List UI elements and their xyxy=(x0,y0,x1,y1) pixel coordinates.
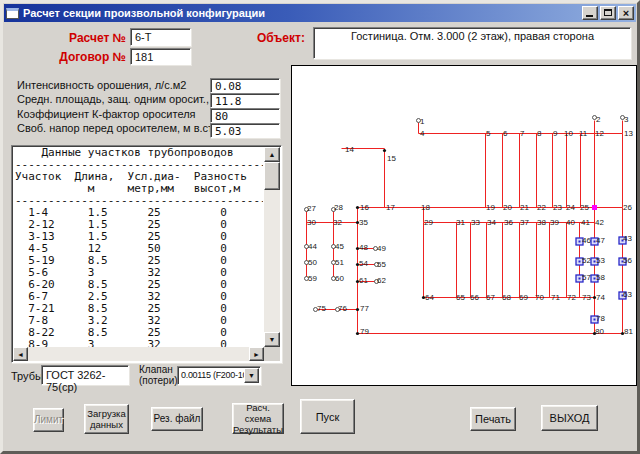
node-label: 73 xyxy=(582,293,591,302)
node-label: 58 xyxy=(596,273,605,282)
object-label: Объект: xyxy=(257,31,305,45)
node-label: 15 xyxy=(387,154,396,163)
node-label: 68 xyxy=(502,293,511,302)
print-button[interactable]: Печать xyxy=(470,407,516,431)
node-label: 20 xyxy=(503,203,512,212)
node-label: 35 xyxy=(359,218,368,227)
node-label: 70 xyxy=(535,293,544,302)
node-label: 24 xyxy=(566,203,575,212)
node-label: 53 xyxy=(596,256,605,265)
junction-dot xyxy=(356,308,359,311)
node-label: 25 xyxy=(580,203,589,212)
node-label: 69 xyxy=(519,293,528,302)
node-label: 76 xyxy=(338,304,347,313)
node-label: 23 xyxy=(553,203,562,212)
scroll-up-icon[interactable]: ▲ xyxy=(264,147,280,162)
pipe-network-diagram[interactable]: 1234567891011121314151617181920212223242… xyxy=(291,65,637,386)
app-icon xyxy=(6,8,19,19)
pipe-segments-table[interactable]: Данные участков трубопроводов ----------… xyxy=(11,145,282,363)
node-label: 71 xyxy=(551,293,560,302)
node-label: 1 xyxy=(420,117,425,126)
node-label: 45 xyxy=(335,242,344,251)
pipes-input[interactable]: ГОСТ 3262-75(ср) xyxy=(41,365,129,385)
node-label: 61 xyxy=(359,276,368,285)
node-label: 51 xyxy=(335,258,344,267)
node-label: 75 xyxy=(317,304,326,313)
node-label: 32 xyxy=(333,218,342,227)
pipe-table-text: Данные участков трубопроводов ----------… xyxy=(15,147,263,347)
scroll-left-icon[interactable]: ◄ xyxy=(13,347,28,361)
node-label: 65 xyxy=(456,293,465,302)
param-label-pressure: Своб. напор перед оросителем, м в.ст. xyxy=(17,122,215,134)
node-label: 28 xyxy=(334,203,343,212)
node-label: 79 xyxy=(360,327,369,336)
exit-button[interactable]: ВЫХОД xyxy=(541,405,598,431)
node-label: 22 xyxy=(537,203,546,212)
calc-number-input[interactable]: 6-Т xyxy=(130,28,191,46)
node-label: 59 xyxy=(308,274,317,283)
node-label: 30 xyxy=(307,218,316,227)
node-label: 17 xyxy=(386,203,395,212)
scheme-results-button[interactable]: Расч. схема Результаты xyxy=(232,403,284,434)
node-label: 54 xyxy=(359,259,368,268)
minimize-icon xyxy=(586,15,593,17)
maximize-icon xyxy=(604,9,612,16)
node-label: 2 xyxy=(596,115,601,124)
node-label: 5 xyxy=(486,129,491,138)
junction-dot xyxy=(356,332,359,335)
param-label-intensity: Интенсивность орошения, л/с.м2 xyxy=(17,79,186,91)
vertical-scrollbar[interactable]: ▲ ▼ xyxy=(264,147,280,347)
node-label: 21 xyxy=(520,203,529,212)
pipes-label: Трубы xyxy=(11,370,43,382)
node-label: 74 xyxy=(596,293,605,302)
node-label: 13 xyxy=(624,129,633,138)
param-label-kfactor: Коэффициент К-фактор оросителя xyxy=(17,108,196,120)
node-label: 62 xyxy=(377,276,386,285)
valve-label: Клапан (потери) xyxy=(139,364,178,386)
node-label: 77 xyxy=(360,304,369,313)
load-data-button[interactable]: Загрузка данных xyxy=(84,404,129,434)
node-label: 27 xyxy=(307,204,316,213)
start-button[interactable]: Пуск xyxy=(300,399,355,434)
param-input-pressure[interactable]: 5.03 xyxy=(210,123,280,138)
close-button[interactable]: × xyxy=(618,6,634,20)
sprinkler-square-dot xyxy=(579,241,581,243)
node-label: 43 xyxy=(623,234,632,243)
node-label: 9 xyxy=(553,129,558,138)
node-label: 41 xyxy=(581,218,590,227)
node-label: 12 xyxy=(595,129,604,138)
vertical-scroll-thumb[interactable] xyxy=(264,162,280,190)
diagram-canvas: 1234567891011121314151617181920212223242… xyxy=(292,66,636,385)
close-icon: × xyxy=(619,6,633,20)
node-label: 60 xyxy=(335,274,344,283)
node-label: 80 xyxy=(595,327,604,336)
window-title: Расчет секции произвольной конфигурации xyxy=(23,7,580,19)
app-window: Расчет секции произвольной конфигурации … xyxy=(0,0,640,454)
title-bar: Расчет секции произвольной конфигурации … xyxy=(4,4,636,22)
node-label: 72 xyxy=(567,293,576,302)
node-label: 37 xyxy=(520,218,529,227)
junction-dot xyxy=(356,206,359,209)
minimize-button[interactable] xyxy=(582,6,598,20)
scroll-down-icon[interactable]: ▼ xyxy=(264,332,280,347)
scroll-right-icon[interactable]: ► xyxy=(249,347,264,361)
combo-dropdown-button[interactable]: ▼ xyxy=(244,368,259,383)
object-input[interactable]: Гостиница. Отм. 3.000 (2 этаж), правая с… xyxy=(313,27,631,59)
contract-number-input[interactable]: 181 xyxy=(130,48,191,65)
node-label: 64 xyxy=(425,293,434,302)
node-label: 52 xyxy=(582,256,591,265)
param-input-area[interactable]: 11.8 xyxy=(210,93,280,108)
node-label: 31 xyxy=(456,218,465,227)
calc-number-label: Расчет № xyxy=(41,31,126,45)
junction-dot xyxy=(383,149,386,152)
node-label: 14 xyxy=(345,145,354,154)
result-file-button[interactable]: Рез. файл xyxy=(151,407,203,431)
chevron-down-icon: ▼ xyxy=(248,372,255,379)
valve-loss-combobox[interactable]: 0.00115 (F200-100) ▼ xyxy=(177,366,261,385)
maximize-button[interactable] xyxy=(600,6,616,20)
param-input-kfactor[interactable]: 80 xyxy=(210,108,280,123)
horizontal-scrollbar[interactable]: ◄ ► xyxy=(13,347,264,361)
node-label: 36 xyxy=(504,218,513,227)
node-label: 63 xyxy=(623,290,632,299)
param-input-intensity[interactable]: 0.08 xyxy=(210,78,280,93)
